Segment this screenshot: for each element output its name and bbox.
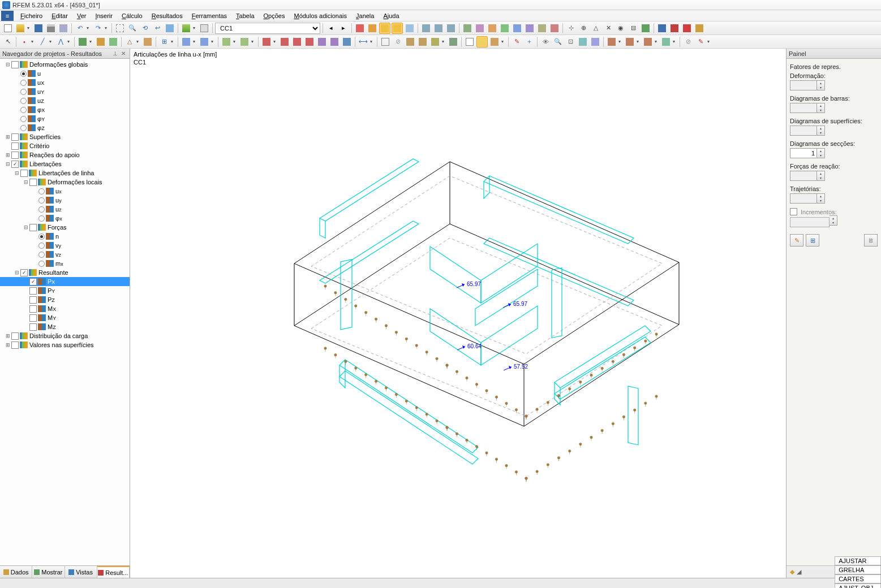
increments-checkbox[interactable] <box>790 208 797 215</box>
print-button[interactable] <box>45 23 57 34</box>
increments-spin[interactable]: ▴▾ <box>830 215 837 226</box>
next-lc-button[interactable]: ▸ <box>338 23 349 34</box>
tree-radio[interactable] <box>38 215 45 222</box>
menu-ficheiro[interactable]: Ficheiro <box>16 11 47 20</box>
tree-checkbox[interactable] <box>11 142 19 150</box>
tree-row-8[interactable]: ⊞Superfícies <box>0 132 130 141</box>
print-preview-button[interactable] <box>58 23 69 34</box>
menu-tabela[interactable]: Tabela <box>231 11 259 20</box>
rp-spin-1[interactable]: ▴▾ <box>817 103 825 113</box>
nav-tab-vistas[interactable]: Vistas <box>65 566 97 578</box>
tree-row-31[interactable]: ⊞Valores nas superfícies <box>0 340 130 349</box>
tree-checkbox[interactable]: ✓ <box>20 269 28 276</box>
panel-btn-1[interactable]: ✎ <box>790 234 803 247</box>
pin-icon[interactable]: ⊥ <box>111 50 119 57</box>
zoom-out-icon[interactable]: ⟲ <box>139 23 151 34</box>
tree-radio[interactable] <box>38 243 45 249</box>
tree-row-3[interactable]: uY <box>0 87 130 96</box>
tree-radio[interactable] <box>38 261 45 267</box>
menu-ver[interactable]: Ver <box>72 11 91 20</box>
snap-b-button[interactable]: ⊕ <box>578 23 589 34</box>
tree-row-26[interactable]: PZ <box>0 295 130 304</box>
snap-f-button[interactable]: ⊟ <box>628 23 639 34</box>
expand-icon[interactable]: ⊟ <box>14 270 20 275</box>
tree-radio[interactable] <box>20 107 27 113</box>
tree-row-29[interactable]: MZ <box>0 322 130 331</box>
tree-row-9[interactable]: Critério <box>0 141 130 150</box>
snap-g-button[interactable] <box>640 23 651 34</box>
menu-start-icon[interactable]: ≡ <box>1 11 14 21</box>
node-button[interactable]: • <box>19 36 30 47</box>
module-2-button[interactable] <box>669 23 680 34</box>
tree-row-20[interactable]: vy <box>0 241 130 250</box>
expand-icon[interactable]: ⊟ <box>5 161 11 167</box>
menu-ferramentas[interactable]: Ferramentas <box>187 11 231 20</box>
tree-row-25[interactable]: PY <box>0 286 130 295</box>
rp-input-1[interactable] <box>790 103 817 113</box>
views-button[interactable] <box>164 23 175 34</box>
last-1-button[interactable]: ⊘ <box>682 36 694 47</box>
tree-row-27[interactable]: MX <box>0 304 130 313</box>
tree-row-30[interactable]: ⊞Distribuição da carga <box>0 331 130 340</box>
surface-button[interactable] <box>108 36 119 47</box>
status-ajustobj[interactable]: AJUST. OBJ. <box>835 583 881 589</box>
render-3-button[interactable] <box>487 23 498 34</box>
edit-1-button[interactable]: ✎ <box>511 36 522 47</box>
results-tree[interactable]: ⊟Deformações globaisuuXuYuZφXφYφZ⊞Superf… <box>0 59 130 565</box>
sel-3-button[interactable] <box>405 36 416 47</box>
grid-1-button[interactable] <box>221 36 232 47</box>
status-grelha[interactable]: GRELHA <box>835 565 881 574</box>
menu-ajuda[interactable]: Ajuda <box>379 11 403 20</box>
line-button[interactable]: ╱ <box>37 36 48 47</box>
sel-5-button[interactable] <box>429 36 441 47</box>
tree-checkbox[interactable] <box>11 341 19 349</box>
render-4-button[interactable] <box>499 23 510 34</box>
move-button[interactable] <box>199 36 210 47</box>
render-7-button[interactable] <box>536 23 548 34</box>
open-file-button[interactable] <box>15 23 26 34</box>
tree-checkbox[interactable] <box>29 287 37 295</box>
menu-resultados[interactable]: Resultados <box>147 11 187 20</box>
last-2-button[interactable]: ✎ <box>695 36 706 47</box>
tree-checkbox[interactable]: ✓ <box>29 278 37 286</box>
rp-input-3[interactable] <box>790 148 817 158</box>
close-icon[interactable]: ✕ <box>119 50 127 57</box>
expand-icon[interactable]: ⊟ <box>14 170 20 176</box>
zoom-window-button[interactable] <box>114 23 126 34</box>
save-button[interactable] <box>33 23 44 34</box>
tree-checkbox[interactable] <box>29 296 37 304</box>
tree-row-16[interactable]: uz <box>0 205 130 214</box>
menu-inserir[interactable]: Inserir <box>91 11 117 20</box>
menu-opes[interactable]: Opções <box>259 11 290 20</box>
tree-row-0[interactable]: ⊟Deformações globais <box>0 60 130 69</box>
status-cartes[interactable]: CARTES <box>835 574 881 583</box>
snap-e-button[interactable]: ◉ <box>615 23 626 34</box>
polyline-button[interactable]: ⋀ <box>55 36 66 47</box>
continuous-button[interactable] <box>95 36 106 47</box>
tree-row-17[interactable]: φx <box>0 214 130 223</box>
support-nodal-button[interactable]: △ <box>124 36 135 47</box>
tree-radio[interactable] <box>38 252 45 258</box>
render-5-button[interactable] <box>512 23 523 34</box>
snap-a-button[interactable]: ⊹ <box>565 23 577 34</box>
menu-clculo[interactable]: Cálculo <box>117 11 147 20</box>
tree-radio[interactable] <box>38 206 45 213</box>
edit-2-button[interactable]: ＋ <box>523 36 535 47</box>
tree-row-28[interactable]: MY <box>0 313 130 322</box>
tree-row-13[interactable]: ⊟Deformações locais <box>0 178 130 187</box>
view-2-button[interactable]: 🔍 <box>552 36 564 47</box>
tree-row-6[interactable]: φY <box>0 114 130 123</box>
clip-2-button[interactable] <box>624 36 635 47</box>
render-1-button[interactable] <box>462 23 473 34</box>
rp-spin-2[interactable]: ▴▾ <box>817 126 825 136</box>
tree-checkbox[interactable] <box>11 332 19 340</box>
tree-row-7[interactable]: φZ <box>0 123 130 132</box>
load-5-button[interactable] <box>316 36 328 47</box>
view-3-button[interactable]: ⊡ <box>565 36 576 47</box>
load-4-button[interactable] <box>304 36 315 47</box>
tree-row-2[interactable]: uX <box>0 78 130 87</box>
clip-3-button[interactable] <box>642 36 654 47</box>
tree-row-12[interactable]: ⊟Libertações de linha <box>0 168 130 178</box>
copy-button[interactable] <box>181 36 192 47</box>
rp-input-2[interactable] <box>790 126 817 136</box>
